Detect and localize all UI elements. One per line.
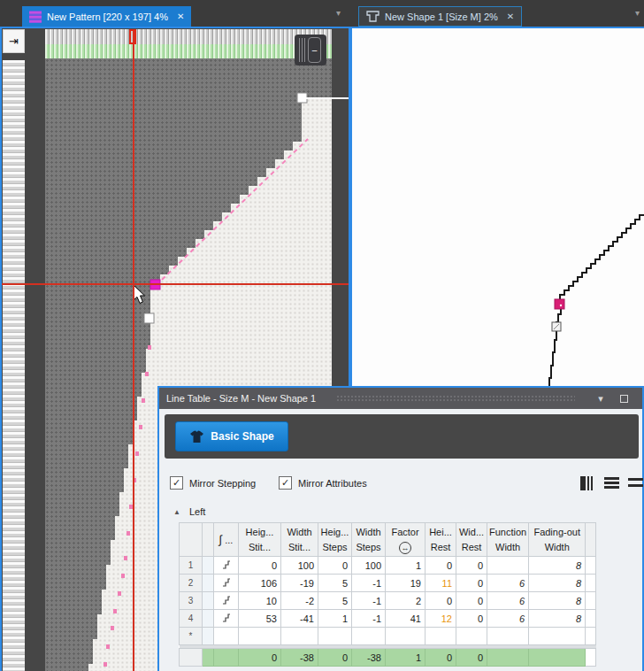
close-window-icon[interactable]: ✕ (637, 388, 644, 409)
tab-new-shape[interactable]: New Shape 1 [Size M] 2% ✕ (358, 6, 522, 27)
row-marker-cell[interactable] (203, 575, 214, 592)
cell[interactable] (352, 628, 386, 645)
step-type-cell[interactable] (214, 592, 239, 610)
row-marker-cell[interactable] (203, 557, 214, 575)
cell[interactable]: 8 (529, 610, 586, 628)
row-number (180, 649, 203, 667)
cell[interactable]: 0 (456, 557, 487, 575)
col-width-steps[interactable]: WidthSteps (352, 523, 386, 557)
cell[interactable] (318, 628, 352, 645)
shape-handle-mid[interactable] (144, 313, 154, 323)
navigator-control[interactable]: – (295, 35, 326, 66)
compact-view-icon[interactable] (628, 476, 643, 490)
row-ruler[interactable] (3, 60, 25, 671)
cell[interactable]: 6 (487, 610, 529, 628)
cell[interactable] (386, 628, 426, 645)
collapse-section-icon[interactable]: ▲ (173, 508, 180, 516)
zoom-minus-icon[interactable]: – (312, 45, 318, 55)
section-header-left[interactable]: ▲ Left (173, 506, 205, 517)
cell[interactable] (487, 557, 529, 575)
cell[interactable]: 0 (318, 557, 352, 575)
cell[interactable]: 6 (487, 592, 529, 610)
cell[interactable]: 0 (239, 557, 281, 575)
cell[interactable]: 11 (426, 575, 456, 592)
col-function[interactable]: ∫ ... (214, 523, 239, 557)
row-number[interactable]: 1 (180, 557, 203, 575)
cell[interactable]: 0 (426, 592, 456, 610)
maximize-window-icon[interactable] (614, 388, 633, 409)
cell[interactable] (487, 628, 529, 645)
step-type-cell[interactable] (214, 575, 239, 592)
col-blank[interactable] (203, 523, 214, 557)
cell[interactable]: 8 (529, 575, 586, 592)
cell[interactable]: 0 (456, 610, 487, 628)
cell[interactable]: 8 (529, 557, 586, 575)
line-table-titlebar[interactable]: Line Table - Size M - New Shape 1 ▾ ✕ (159, 388, 642, 409)
cell[interactable]: -1 (352, 575, 386, 592)
cell[interactable]: 100 (352, 557, 386, 575)
row-number[interactable]: 4 (180, 610, 203, 628)
cell[interactable]: 5 (318, 592, 352, 610)
col-height-steps[interactable]: Heig...Steps (318, 523, 352, 557)
step-type-cell[interactable] (214, 610, 239, 628)
cell[interactable]: -1 (352, 610, 386, 628)
cell[interactable]: 6 (487, 575, 529, 592)
col-factor[interactable]: Factor↔ (386, 523, 426, 557)
collapse-window-icon[interactable]: ▾ (591, 388, 610, 409)
tab-overflow-icon[interactable]: ▾ (336, 8, 341, 18)
cell[interactable]: 1 (318, 610, 352, 628)
step-type-cell[interactable] (214, 557, 239, 575)
column-view-icon[interactable] (580, 476, 595, 490)
cell[interactable]: 106 (239, 575, 281, 592)
mirror-attributes-checkbox[interactable]: ✓ (279, 476, 292, 490)
zoom-slider[interactable]: – (308, 37, 321, 63)
col-rownum[interactable] (180, 523, 203, 557)
cell[interactable]: 10 (239, 592, 281, 610)
row-number[interactable]: 2 (180, 575, 203, 592)
row-marker-cell[interactable] (203, 592, 214, 610)
cell[interactable] (529, 628, 586, 645)
col-function-width[interactable]: FunctionWidth (487, 523, 529, 557)
basic-shape-button[interactable]: Basic Shape (175, 421, 288, 451)
new-row-marker[interactable]: * (180, 628, 203, 645)
row-marker-cell[interactable] (203, 610, 214, 628)
cell[interactable] (426, 628, 456, 645)
cell[interactable]: 0 (456, 575, 487, 592)
col-fading-out-width[interactable]: Fading-outWidth (529, 523, 586, 557)
cell[interactable]: -1 (352, 592, 386, 610)
cell[interactable]: 2 (386, 592, 426, 610)
cell[interactable]: 0 (456, 592, 487, 610)
cell[interactable] (239, 628, 281, 645)
step-type-cell[interactable] (214, 628, 239, 645)
tab-close-icon[interactable]: ✕ (507, 12, 514, 21)
cell[interactable]: 1 (386, 557, 426, 575)
cell[interactable]: 12 (426, 610, 456, 628)
tab-new-pattern[interactable]: New Pattern [220 x 197] 4% ✕ (22, 6, 191, 27)
col-height-stitches[interactable]: Heig...Stit... (239, 523, 281, 557)
tab-close-icon[interactable]: ✕ (177, 12, 184, 21)
cell[interactable] (281, 628, 318, 645)
cell[interactable] (456, 628, 487, 645)
cell[interactable]: 53 (239, 610, 281, 628)
col-width-stitches[interactable]: WidthStit... (281, 523, 318, 557)
tab-overflow-icon[interactable]: ▾ (635, 8, 640, 18)
cell[interactable]: -2 (281, 592, 318, 610)
cell[interactable]: -19 (281, 575, 318, 592)
cell[interactable]: 8 (529, 592, 586, 610)
col-width-rest[interactable]: Wid...Rest (456, 523, 487, 557)
column-ruler[interactable] (45, 29, 332, 44)
row-number[interactable]: 3 (180, 592, 203, 610)
cell[interactable]: 0 (426, 557, 456, 575)
mirror-stepping-checkbox[interactable]: ✓ (170, 476, 183, 490)
dock-panel-button[interactable]: ⇥ (3, 29, 25, 53)
cell[interactable]: -41 (281, 610, 318, 628)
cell[interactable]: 5 (318, 575, 352, 592)
col-height-rest[interactable]: Hei...Rest (426, 523, 456, 557)
selected-shape-point[interactable] (555, 299, 564, 309)
row-marker-cell[interactable] (203, 628, 214, 645)
cell[interactable]: 19 (386, 575, 426, 592)
cell[interactable]: 41 (386, 610, 426, 628)
yarn-color-bar[interactable] (45, 44, 332, 58)
cell[interactable]: 100 (281, 557, 318, 575)
list-view-icon[interactable] (604, 476, 619, 490)
